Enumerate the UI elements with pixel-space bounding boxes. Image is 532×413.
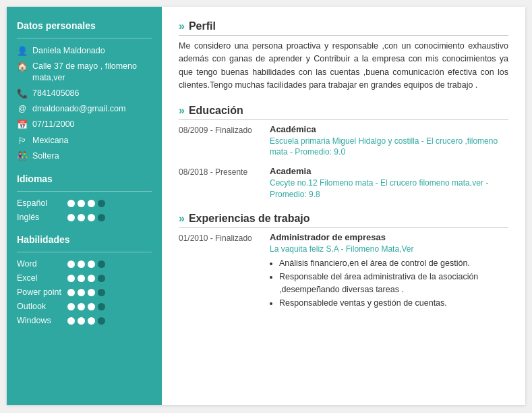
dot: [78, 289, 85, 296]
skill-windows: Windows: [17, 316, 152, 325]
edu-date-1: 08/2018 - Presente: [179, 166, 270, 200]
lang-ingles: Inglés: [17, 213, 152, 222]
lang-ingles-dots: [67, 214, 105, 221]
experiencias-header: » Experiencias de trabajo: [179, 213, 508, 228]
habilidades-title: Habilidades: [17, 234, 152, 245]
personal-nationality: Mexicana: [32, 135, 69, 146]
educacion-section: » Educación 08/2009 - Finalizado Académi…: [179, 105, 508, 200]
email-icon: @: [17, 104, 28, 113]
personal-name: Daniela Maldonado: [32, 45, 105, 56]
lang-ingles-label: Inglés: [17, 213, 67, 222]
edu-entry-subtitle-1: Cecyte no.12 Filomeno mata - El crucero …: [270, 177, 508, 200]
idiomas-title: Idiomas: [17, 173, 152, 184]
personal-item: 📞 7841405086: [17, 88, 152, 99]
skill-word-label: Word: [17, 259, 67, 269]
personal-phone: 7841405086: [32, 88, 80, 99]
chevrons-icon: »: [179, 213, 185, 225]
experiencias-section: » Experiencias de trabajo 01/2010 - Fina…: [179, 213, 508, 310]
dot: [67, 260, 75, 268]
dot: [88, 317, 95, 325]
edu-detail-1: Academia Cecyte no.12 Filomeno mata - El…: [270, 166, 508, 200]
dot: [88, 289, 95, 296]
personal-title: Datos personales: [17, 20, 152, 31]
experiencias-title: Experiencias de trabajo: [189, 213, 310, 225]
dot: [98, 317, 105, 325]
dot: [88, 260, 95, 268]
personal-item: @ dmaldonado@gmail.com: [17, 103, 152, 114]
dot: [78, 200, 85, 207]
exp-date-0: 01/2010 - Finalizado: [179, 232, 270, 310]
skill-word-dots: [67, 260, 105, 268]
sidebar: Datos personales 👤 Daniela Maldonado 🏠 C…: [7, 7, 162, 405]
lang-espanol-dots: [67, 200, 105, 207]
educacion-header: » Educación: [179, 105, 508, 120]
exp-entry-subtitle-0: La vaquita feliz S.A - Filomeno Mata,Ver: [270, 244, 508, 255]
skill-powerpoint: Power point: [17, 287, 152, 297]
personal-marital: Soltera: [32, 150, 59, 161]
dot: [88, 303, 95, 310]
lang-espanol-label: Español: [17, 198, 67, 208]
skill-outlook-label: Outlook: [17, 302, 67, 311]
skill-outlook-dots: [67, 303, 105, 310]
resume-container: Datos personales 👤 Daniela Maldonado 🏠 C…: [7, 7, 525, 405]
skill-excel-dots: [67, 275, 105, 282]
skill-word: Word: [17, 259, 152, 269]
dot: [67, 317, 75, 325]
personal-item: 👤 Daniela Maldonado: [17, 45, 152, 56]
idiomas-section: Idiomas Español Inglés: [17, 173, 152, 222]
personal-email: dmaldonado@gmail.com: [32, 103, 125, 114]
personal-item: 👫 Soltera: [17, 150, 152, 161]
perfil-section: » Perfil Me considero una persona proact…: [179, 20, 508, 92]
phone-icon: 📞: [17, 88, 28, 99]
skill-windows-label: Windows: [17, 316, 67, 325]
edu-entry-subtitle-0: Escuela primaria Miguel Hidalgo y costil…: [270, 136, 508, 159]
exp-bullet-1: Responsable del área administrativa de l…: [279, 271, 508, 297]
edu-date-0: 08/2009 - Finalizado: [179, 124, 270, 159]
lang-espanol: Español: [17, 198, 152, 208]
home-icon: 🏠: [17, 61, 28, 72]
personal-address: Calle 37 de mayo , filomeno mata,ver: [32, 61, 152, 83]
perfil-header: » Perfil: [179, 20, 508, 36]
dot: [67, 275, 75, 282]
edu-entry-title-0: Académica: [270, 124, 508, 134]
marital-icon: 👫: [17, 151, 28, 161]
dot: [98, 200, 105, 207]
dot: [98, 303, 105, 310]
dot: [98, 275, 105, 282]
exp-entry-0: 01/2010 - Finalizado Administrador de em…: [179, 232, 508, 310]
exp-entry-title-0: Administrador de empresas: [270, 232, 508, 242]
dot: [67, 303, 75, 310]
dot: [67, 200, 75, 207]
perfil-title: Perfil: [189, 20, 216, 32]
skill-excel-label: Excel: [17, 273, 67, 283]
chevrons-icon: »: [179, 105, 185, 117]
calendar-icon: 📅: [17, 119, 28, 130]
skill-excel: Excel: [17, 273, 152, 283]
exp-bullet-2: Responsablede ventas y gestión de cuenta…: [279, 297, 508, 310]
personal-item: 📅 07/11/2000: [17, 119, 152, 130]
edu-entry-0: 08/2009 - Finalizado Académica Escuela p…: [179, 124, 508, 159]
personal-section: Datos personales 👤 Daniela Maldonado 🏠 C…: [17, 20, 152, 161]
skill-powerpoint-label: Power point: [17, 287, 67, 297]
skill-windows-dots: [67, 317, 105, 325]
dot: [78, 275, 85, 282]
dot: [88, 200, 95, 207]
person-icon: 👤: [17, 46, 28, 56]
dot: [88, 275, 95, 282]
personal-dob: 07/11/2000: [32, 119, 75, 130]
dot: [67, 289, 75, 296]
chevrons-icon: »: [179, 20, 185, 32]
dot: [98, 260, 105, 268]
dot: [78, 214, 85, 221]
dot: [88, 214, 95, 221]
skill-outlook: Outlook: [17, 302, 152, 311]
dot: [98, 289, 105, 296]
edu-detail-0: Académica Escuela primaria Miguel Hidalg…: [270, 124, 508, 159]
edu-entry-title-1: Academia: [270, 166, 508, 176]
dot: [67, 214, 75, 221]
exp-bullet-0: Análisis financiero,en el área de contro…: [279, 257, 508, 270]
dot: [78, 260, 85, 268]
flag-icon: 🏳: [17, 136, 28, 146]
habilidades-section: Habilidades Word Excel: [17, 234, 152, 325]
edu-entry-1: 08/2018 - Presente Academia Cecyte no.12…: [179, 166, 508, 200]
